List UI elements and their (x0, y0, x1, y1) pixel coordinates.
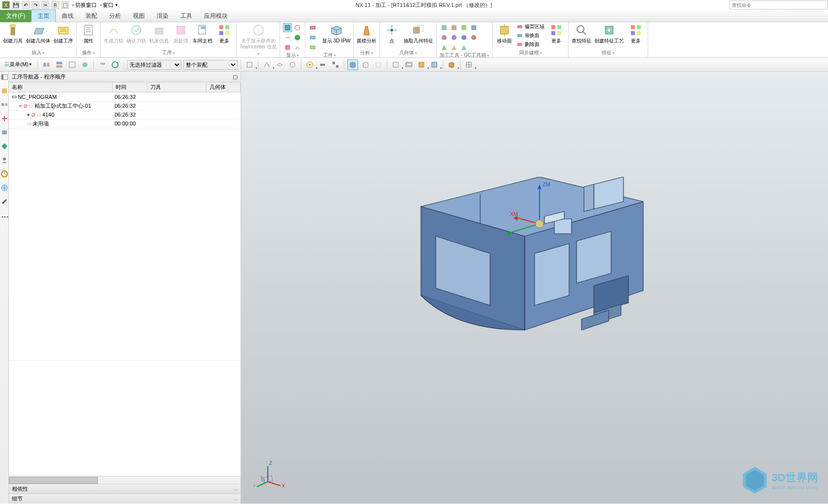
layer-btn-2[interactable] (403, 59, 414, 70)
expand-icon[interactable]: + (27, 112, 30, 118)
navview-btn-2[interactable] (54, 59, 65, 70)
gc-btn-9[interactable] (440, 43, 449, 52)
gc-btn-6[interactable] (450, 33, 458, 42)
machine-sim-button[interactable]: 机床仿真 (149, 23, 169, 44)
sel-btn-7[interactable] (330, 59, 341, 70)
more-strip-icon[interactable]: ⋯ (1, 212, 8, 219)
generate-toolpath-button[interactable]: 生成刀轨 (104, 23, 124, 44)
create-feat-proc-button[interactable]: 创建特征工艺 (594, 23, 624, 44)
window-dropdown[interactable]: ▫ 窗口 ▼ (100, 1, 119, 9)
undo-icon[interactable]: ↶ (22, 1, 30, 9)
menu-button[interactable]: ☰ 菜单(M) ▼ (2, 59, 35, 70)
3d-viewport[interactable]: ZM XM Z X Y 3D世界网WWW.3DSJW.COM (241, 72, 828, 504)
display-btn-5[interactable] (283, 43, 292, 52)
history-icon[interactable] (1, 170, 8, 177)
tree-row[interactable]: +⊘▭414006:26:32 (9, 110, 241, 119)
shopdoc-button[interactable]: 车间文档 (193, 23, 212, 44)
navigator-tree[interactable]: ▭NC_PROGRAM06:26:32 −⊘▭精加工卧式加工中心-0106:26… (9, 92, 241, 476)
create-operation-button[interactable]: 创建工序 (53, 23, 73, 44)
navview-btn-1[interactable] (41, 59, 52, 70)
move-face-button[interactable]: 移动面 (496, 23, 513, 44)
tab-curve[interactable]: 曲线 (56, 10, 80, 22)
grid-button[interactable]: ▾ (463, 59, 474, 70)
gc-btn-8[interactable] (469, 33, 478, 42)
command-search-input[interactable] (729, 0, 828, 9)
reuse-lib-icon[interactable] (1, 129, 8, 136)
expand-icon[interactable]: − (19, 103, 22, 109)
gc-btn-7[interactable] (459, 33, 468, 42)
gc-btn-2[interactable] (450, 23, 458, 32)
display-btn-4[interactable] (293, 33, 302, 42)
tree-row[interactable]: −⊘▭精加工卧式加工中心-0106:26:32 (9, 101, 241, 110)
gc-btn-3[interactable] (459, 23, 468, 32)
delete-face-button[interactable]: 删除面 (516, 41, 544, 48)
navigator-hscroll[interactable] (9, 476, 241, 484)
cut-icon[interactable]: ✂ (41, 1, 49, 9)
teamcenter-info-button[interactable]: i关于显示部件的 Teamcenter 信息 (240, 23, 277, 50)
switch-window-button[interactable]: ▫ 切换窗口 (72, 1, 97, 9)
navview-btn-6[interactable] (110, 59, 121, 70)
draft-analysis-button[interactable]: 拨模分析 (357, 23, 376, 44)
detail-section[interactable]: 细节⌵ (9, 494, 241, 504)
roles-icon[interactable] (1, 157, 8, 164)
replace-face-button[interactable]: 替换面 (516, 32, 544, 39)
assembly-nav-icon[interactable] (1, 101, 8, 108)
tab-render[interactable]: 渲染 (151, 10, 174, 22)
tab-application[interactable]: 应用模块 (198, 10, 234, 22)
navview-btn-4[interactable] (80, 59, 90, 70)
scroll-thumb[interactable] (9, 477, 98, 484)
wp-btn-3[interactable] (308, 43, 317, 52)
navview-btn-3[interactable] (67, 59, 78, 70)
point-button[interactable]: 点 (383, 23, 401, 44)
sel-btn-1[interactable]: ▾ (244, 59, 255, 70)
view-cube-button[interactable]: ▾ (446, 59, 457, 70)
sel-btn-3[interactable] (274, 59, 285, 70)
gc-btn-1[interactable] (440, 23, 449, 32)
postprocess-button[interactable]: 后处理 (172, 23, 190, 44)
tab-tools[interactable]: 工具 (174, 10, 198, 22)
render-wire-button[interactable] (360, 59, 371, 70)
wp-btn-1[interactable] (308, 23, 317, 32)
view-triad[interactable]: Z X Y (254, 456, 289, 491)
sel-btn-2[interactable]: ▾ (261, 59, 272, 70)
gc-btn-11[interactable] (459, 43, 468, 52)
display-btn-6[interactable] (293, 43, 302, 52)
offset-region-button[interactable]: 偏置区域 (516, 23, 544, 30)
properties-button[interactable]: 属性 (80, 23, 97, 44)
extract-geom-button[interactable]: 抽取几何特征 (404, 23, 433, 44)
tree-row[interactable]: ▭未用项00:00:00 (9, 119, 241, 128)
wp-btn-2[interactable] (308, 33, 317, 42)
display-btn-3[interactable] (283, 33, 292, 42)
machining-nav-icon[interactable] (1, 143, 8, 150)
sel-btn-6[interactable] (317, 59, 328, 70)
part-nav-icon[interactable] (1, 87, 8, 94)
constraint-nav-icon[interactable] (1, 115, 8, 122)
display-btn-2[interactable] (293, 23, 302, 32)
render-solid-button[interactable] (347, 59, 358, 70)
create-tool-button[interactable]: 创建刀具 (3, 23, 23, 44)
render-hidden-button[interactable] (373, 59, 384, 70)
more-sync-button[interactable]: 更多 (547, 23, 565, 44)
col-geom[interactable]: 几何体 (207, 83, 241, 92)
gc-btn-5[interactable] (440, 33, 449, 42)
unpin-icon[interactable]: ▢ (233, 74, 238, 80)
copy-icon[interactable]: ⎘ (51, 1, 59, 9)
col-time[interactable]: 时间 (113, 83, 147, 92)
file-menu[interactable]: 文件(F) (0, 10, 31, 22)
tab-analysis[interactable]: 分析 (103, 10, 127, 22)
gc-btn-10[interactable] (450, 43, 458, 52)
navview-btn-5[interactable]: ™ (97, 59, 108, 70)
layer-btn-1[interactable]: ▾ (390, 59, 401, 70)
show-3d-ipw-button[interactable]: 显示 3D IPW (322, 23, 350, 44)
filter-select[interactable]: 无选择过滤器 (127, 60, 181, 70)
redo-icon[interactable]: ↷ (32, 1, 40, 9)
create-geometry-button[interactable]: 创建几何体 (26, 23, 50, 44)
more-feature-button[interactable]: 更多 (627, 23, 645, 44)
tab-assembly[interactable]: 装配 (80, 10, 103, 22)
nx-logo-icon[interactable]: X (2, 1, 10, 9)
col-name[interactable]: 名称 (9, 83, 113, 92)
dependency-section[interactable]: 相依性⌵ (9, 484, 241, 494)
toggle-nav-icon[interactable] (1, 74, 8, 81)
find-feature-button[interactable]: 查找特征 (572, 23, 591, 44)
sel-btn-5[interactable]: ▾ (304, 59, 315, 70)
